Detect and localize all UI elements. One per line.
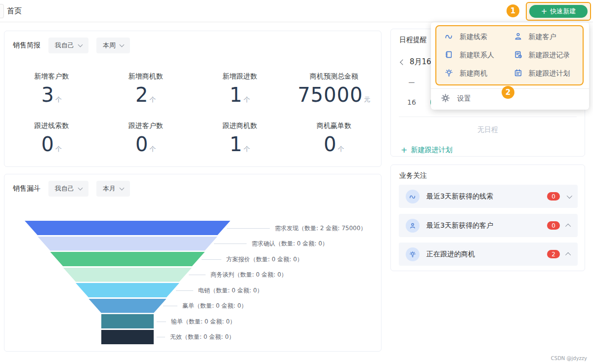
funnel-stage-1 <box>4 221 261 235</box>
chevron-up-icon[interactable] <box>565 252 571 257</box>
metric-unit: 个 <box>338 145 344 153</box>
menu-item-label: 新建商机 <box>460 69 487 78</box>
metric-value: 75000 <box>297 83 363 106</box>
metric-won-opportunities: 商机赢单数 0个 <box>287 108 381 158</box>
metric-unit: 个 <box>55 96 62 103</box>
filter-value: 我自己 <box>55 184 74 193</box>
sales-briefing-card: 销售简报 我自己 本周 新增客户数 3个 新增商机数 2个 新增跟进数 1个 商… <box>4 31 381 167</box>
plus-icon: + <box>541 8 548 15</box>
menu-item-label: 新建线索 <box>460 33 487 41</box>
funnel-label-connector <box>189 275 206 275</box>
metric-value: 2 <box>135 83 148 106</box>
chevron-left-icon[interactable] <box>400 59 405 65</box>
metric-followed-leads: 跟进线索数 0个 <box>4 108 99 158</box>
menu-item-new-customer[interactable]: 新建客户 <box>514 28 583 46</box>
chevron-down-icon[interactable] <box>567 193 572 198</box>
quick-create-button[interactable]: + 快速新建 <box>529 5 588 18</box>
page-title: 首页 <box>7 6 22 16</box>
filter-value: 本周 <box>103 41 116 50</box>
metric-unit: 个 <box>244 145 250 153</box>
metric-followed-customers: 跟进客户数 0个 <box>99 108 193 158</box>
filter-value: 我自己 <box>55 41 74 50</box>
focus-row-active-opportunities[interactable]: 正在跟进的商机 2 <box>399 243 578 266</box>
metric-value: 0 <box>135 133 148 156</box>
date-number: 16 <box>407 98 416 106</box>
funnel-label-connector <box>202 259 222 260</box>
funnel-stage-3 <box>4 252 261 266</box>
funnel-owner-filter[interactable]: 我自己 <box>48 181 88 197</box>
metric-label: 跟进商机数 <box>193 121 287 130</box>
focus-row-label: 最近3天新获得的线索 <box>426 192 547 201</box>
chevron-down-icon <box>120 42 125 47</box>
metric-value: 3 <box>42 83 54 106</box>
menu-item-new-contact[interactable]: 新建联系人 <box>445 46 514 65</box>
menu-item-new-opportunity[interactable]: 新建商机 <box>445 64 514 82</box>
funnel-stage-label: 电销（数量: 0 金额: 0） <box>198 287 263 294</box>
metric-label: 新增跟进数 <box>193 72 287 81</box>
funnel-period-filter[interactable]: 本月 <box>96 181 130 197</box>
chevron-up-icon[interactable] <box>565 223 571 229</box>
funnel-label-connector <box>227 228 270 229</box>
menu-item-label: 新建联系人 <box>460 51 494 60</box>
focus-row-label: 最近3天新获得的客户 <box>426 221 547 230</box>
funnel-stage-label: 赢单（数量: 0 金额: 0） <box>182 302 247 309</box>
top-bar: 首页 <box>0 0 593 22</box>
gear-icon <box>441 94 450 104</box>
focus-row-label: 正在跟进的商机 <box>426 250 547 259</box>
follow-record-icon <box>514 50 522 60</box>
metric-followed-opportunities: 跟进商机数 1个 <box>193 108 287 158</box>
menu-item-label: 新建跟进计划 <box>529 69 570 78</box>
new-followup-plan-link[interactable]: + 新建跟进计划 <box>401 145 452 155</box>
funnel-stage-label: 商务谈判（数量: 0 金额: 0） <box>211 271 287 278</box>
follow-plan-calendar-icon <box>514 69 522 79</box>
divider <box>399 117 577 117</box>
metric-label: 跟进线索数 <box>4 121 99 130</box>
briefing-owner-filter[interactable]: 我自己 <box>48 38 88 53</box>
lead-wave-icon <box>445 32 453 42</box>
plus-icon: + <box>401 145 407 155</box>
watermark: CSDN @jdyzzy <box>551 356 587 361</box>
metric-new-opportunities: 新增商机数 2个 <box>99 59 193 108</box>
metric-unit: 元 <box>364 96 370 103</box>
schedule-title: 日程提醒 <box>399 36 427 44</box>
count-badge: 2 <box>547 250 560 258</box>
customer-person-icon <box>514 32 522 42</box>
metric-unit: 个 <box>55 145 62 153</box>
briefing-title: 销售简报 <box>13 41 41 50</box>
collapsed-tab-fragment <box>0 4 4 18</box>
menu-item-new-follow-record[interactable]: 新建跟进记录 <box>514 46 583 65</box>
menu-item-new-lead[interactable]: 新建线索 <box>445 28 514 46</box>
focus-title: 业务关注 <box>399 171 427 180</box>
funnel-stage-label: 无效（数量: 0 金额: 0） <box>170 333 235 340</box>
chevron-down-icon <box>78 42 83 47</box>
metric-value: 1 <box>230 83 243 106</box>
business-focus-card: 业务关注 最近3天新获得的线索 0 最近3天新获得的客户 0 正在跟进的商机 2 <box>390 164 585 271</box>
filter-value: 本月 <box>103 184 116 193</box>
opportunity-bulb-icon <box>445 69 453 79</box>
menu-item-settings[interactable]: 设置 <box>441 91 471 106</box>
menu-item-new-follow-plan[interactable]: 新建跟进计划 <box>514 64 583 82</box>
date-cell[interactable]: 16 <box>399 95 424 109</box>
chevron-down-icon <box>78 185 83 190</box>
focus-row-recent-customers[interactable]: 最近3天新获得的客户 0 <box>399 214 578 237</box>
metric-new-followups: 新增跟进数 1个 <box>193 59 287 108</box>
metric-value: 0 <box>42 133 54 156</box>
funnel-label-connector <box>163 306 177 306</box>
funnel-label-connector <box>176 290 193 291</box>
sales-funnel-card: 销售漏斗 我自己 本月 需求发现（数量: 2 金额: 75000）需求确认（数量… <box>4 174 381 352</box>
metric-label: 商机预测总金额 <box>287 72 381 81</box>
funnel-title: 销售漏斗 <box>13 184 41 193</box>
funnel-label-connector <box>214 243 247 244</box>
customer-person-icon <box>406 219 420 233</box>
count-badge: 0 <box>547 221 560 230</box>
lead-wave-icon <box>406 190 420 203</box>
annotation-step-2-badge: 2 <box>502 86 514 99</box>
annotation-step-1-badge: 1 <box>507 4 519 17</box>
metric-new-customers: 新增客户数 3个 <box>4 59 99 108</box>
new-plan-label: 新建跟进计划 <box>411 146 452 155</box>
metric-unit: 个 <box>244 96 250 103</box>
focus-row-recent-leads[interactable]: 最近3天新获得的线索 0 <box>399 185 578 208</box>
menu-item-label: 新建客户 <box>529 33 556 41</box>
briefing-period-filter[interactable]: 本周 <box>96 38 130 53</box>
no-schedule-text: 无日程 <box>391 125 585 134</box>
